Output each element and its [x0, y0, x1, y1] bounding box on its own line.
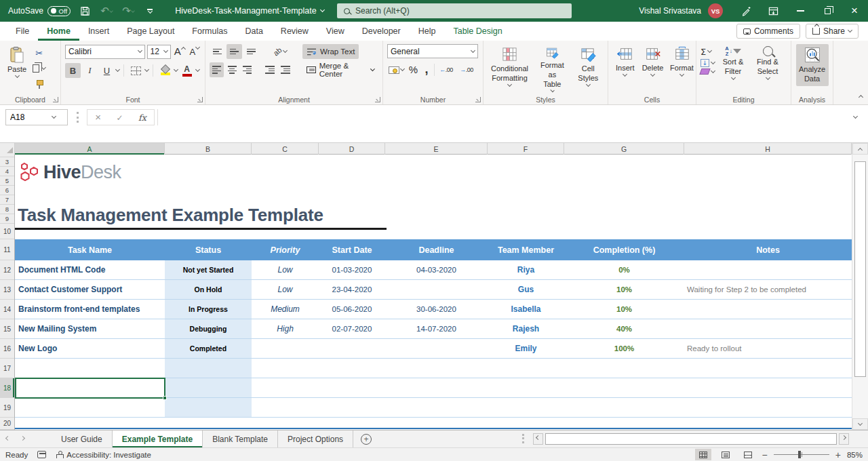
cancel-entry-icon[interactable]: [95, 111, 101, 123]
minimize-button[interactable]: [787, 0, 814, 22]
pen-whats-new-button[interactable]: [732, 0, 760, 22]
column-header-g[interactable]: G: [564, 143, 684, 155]
merge-center-button[interactable]: Merge & Center: [302, 62, 378, 77]
column-header-h[interactable]: H: [684, 143, 852, 155]
cell-notes[interactable]: [684, 260, 852, 280]
increase-indent-button[interactable]: [279, 62, 293, 77]
cell-member[interactable]: Emily: [488, 339, 564, 359]
horizontal-scrollbar[interactable]: [533, 433, 852, 445]
accounting-format-button[interactable]: [387, 62, 405, 77]
select-all-corner[interactable]: [0, 143, 15, 155]
row-header-13[interactable]: 13: [0, 280, 14, 300]
normal-view-button[interactable]: [695, 449, 711, 460]
orientation-button[interactable]: ab: [269, 44, 292, 59]
cell-task[interactable]: Brainstorm front-end templates: [15, 300, 165, 319]
tab-formulas[interactable]: Formulas: [183, 22, 236, 41]
underline-dropdown-icon[interactable]: [115, 67, 120, 72]
row-header-4[interactable]: 4: [0, 167, 14, 176]
customize-quick-access-button[interactable]: [142, 3, 157, 19]
comma-style-button[interactable]: [422, 62, 431, 77]
cell-start[interactable]: 05-06-2020: [319, 300, 385, 319]
cell-task[interactable]: New Mailing System: [15, 319, 165, 339]
tab-review[interactable]: Review: [272, 22, 317, 41]
selected-cell-outline[interactable]: [15, 378, 165, 399]
cell-status[interactable]: Not yet Started: [165, 260, 252, 280]
expand-formula-bar-button[interactable]: [846, 109, 864, 125]
cell-status[interactable]: On Hold: [165, 280, 252, 300]
cell-completion[interactable]: 0%: [564, 260, 684, 280]
top-align-button[interactable]: [210, 44, 225, 59]
clear-button[interactable]: [701, 68, 715, 75]
column-header-f[interactable]: F: [488, 143, 564, 155]
cell-completion[interactable]: 40%: [564, 319, 684, 339]
font-size-combo[interactable]: 12: [147, 45, 171, 59]
align-left-button[interactable]: [210, 62, 224, 77]
format-as-table-button[interactable]: Format as Table: [533, 44, 572, 94]
row-header-15[interactable]: 15: [0, 319, 14, 339]
vertical-scrollbar-thumb[interactable]: [854, 161, 866, 377]
cell-notes[interactable]: [684, 300, 852, 319]
alignment-dialog-launcher[interactable]: [375, 97, 380, 102]
increase-decimal-button[interactable]: ←.00: [437, 62, 455, 77]
conditional-formatting-button[interactable]: Conditional Formatting: [488, 44, 532, 94]
font-color-button[interactable]: A: [179, 62, 195, 79]
font-name-combo[interactable]: Calibri: [65, 45, 145, 59]
header-status[interactable]: Status: [165, 239, 252, 260]
zoom-slider-handle[interactable]: [798, 451, 801, 458]
font-color-dropdown-icon[interactable]: [195, 67, 200, 72]
cell-status[interactable]: Completed: [165, 339, 252, 359]
font-dialog-launcher[interactable]: [197, 97, 203, 102]
save-button[interactable]: [77, 3, 92, 19]
sheet-tab-project-options[interactable]: Project Options: [278, 430, 353, 447]
comments-button[interactable]: Comments: [736, 24, 800, 39]
italic-button[interactable]: I: [82, 63, 98, 78]
sheet-tab-blank-template[interactable]: Blank Template: [203, 430, 278, 447]
cell-member[interactable]: Gus: [488, 280, 564, 300]
cell-priority[interactable]: Low: [252, 280, 319, 300]
column-header-d[interactable]: D: [319, 143, 385, 155]
tab-insert[interactable]: Insert: [79, 22, 118, 41]
increase-font-size-button[interactable]: [173, 44, 186, 59]
find-select-button[interactable]: Find & Select: [751, 44, 784, 94]
cell-priority[interactable]: Medium: [252, 300, 319, 319]
row-header-19[interactable]: 19: [0, 398, 14, 418]
page-break-view-button[interactable]: [740, 449, 756, 460]
analyze-data-button[interactable]: Analyze Data: [796, 44, 829, 86]
tab-home[interactable]: Home: [38, 22, 79, 41]
row-header-14[interactable]: 14: [0, 300, 14, 319]
decrease-decimal-button[interactable]: →.00: [458, 62, 475, 77]
cut-button[interactable]: [31, 45, 47, 60]
align-center-button[interactable]: [225, 62, 239, 77]
align-right-button[interactable]: [240, 62, 254, 77]
sheet-nav-right-button[interactable]: [15, 430, 30, 447]
row-header-5[interactable]: 5: [0, 176, 14, 186]
cell-completion[interactable]: 100%: [564, 339, 684, 359]
share-button[interactable]: Share: [806, 24, 859, 39]
cell-deadline[interactable]: [385, 280, 488, 300]
column-header-a[interactable]: A: [15, 143, 165, 155]
zoom-slider[interactable]: [774, 454, 829, 455]
collapse-ribbon-button[interactable]: [859, 89, 863, 102]
sort-filter-button[interactable]: AZ↓ Sort & Filter: [717, 44, 749, 94]
scroll-right-button[interactable]: [839, 433, 849, 445]
row-header-17[interactable]: 17: [0, 359, 14, 378]
tab-table-design[interactable]: Table Design: [444, 22, 511, 41]
user-name[interactable]: Vishal Srivastava: [639, 6, 701, 16]
avatar[interactable]: VS: [708, 3, 723, 18]
copy-button[interactable]: [31, 61, 47, 76]
header-start-date[interactable]: Start Date: [319, 239, 385, 260]
fill-handle[interactable]: [163, 396, 167, 400]
sheet-canvas[interactable]: HiveDesk Task Management Example Templat…: [15, 155, 852, 430]
column-header-e[interactable]: E: [385, 143, 488, 155]
cell-task[interactable]: Contact Customer Support: [15, 280, 165, 300]
format-painter-button[interactable]: [31, 77, 47, 92]
insert-cells-button[interactable]: Insert: [612, 44, 638, 94]
tab-developer[interactable]: Developer: [353, 22, 410, 41]
cell-start[interactable]: 23-04-2020: [319, 280, 385, 300]
fill-color-button[interactable]: [157, 62, 173, 79]
row-header-9[interactable]: 9: [0, 214, 14, 224]
bottom-align-button[interactable]: [243, 44, 259, 59]
number-format-combo[interactable]: General: [387, 44, 478, 58]
scroll-down-button[interactable]: [852, 418, 868, 430]
autosave-switch[interactable]: Off: [47, 6, 71, 16]
